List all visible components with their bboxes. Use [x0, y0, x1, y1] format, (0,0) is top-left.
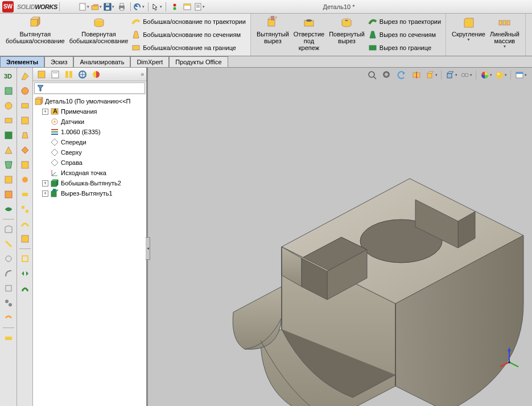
- configuration-manager-icon[interactable]: [63, 69, 75, 80]
- tool-icon[interactable]: [2, 282, 15, 295]
- tool-icon[interactable]: [19, 159, 31, 171]
- zoom-area-icon[interactable]: [380, 69, 394, 81]
- tool-icon[interactable]: [2, 312, 15, 324]
- extruded-boss-button[interactable]: Вытянутая бобышка/основание: [3, 15, 67, 55]
- tool-icon[interactable]: [19, 85, 31, 97]
- tool-icon[interactable]: [19, 114, 31, 127]
- tool-icon[interactable]: [19, 252, 31, 265]
- tool-icon[interactable]: [2, 297, 15, 309]
- svg-point-40: [22, 88, 28, 94]
- chevron-right-icon[interactable]: »: [141, 71, 144, 77]
- tree-front-plane[interactable]: Спереди: [41, 137, 146, 147]
- undo-button[interactable]: [134, 1, 145, 13]
- tree-cut-extrude[interactable]: + Вырез-Вытянуть1: [41, 188, 146, 198]
- tab-dimxpert[interactable]: DimXpert: [130, 56, 169, 67]
- select-button[interactable]: [151, 1, 163, 13]
- tree-material[interactable]: 1.0060 (E335): [41, 127, 146, 137]
- open-button[interactable]: [91, 1, 102, 13]
- tab-sketch[interactable]: Эскиз: [44, 56, 73, 67]
- zoom-fit-icon[interactable]: [365, 69, 379, 81]
- swept-boss-button[interactable]: Бобышка/основание по траектории: [130, 16, 247, 27]
- tab-features[interactable]: Элементы: [0, 56, 44, 67]
- tool-icon[interactable]: [2, 252, 15, 265]
- appearance-icon[interactable]: [479, 69, 493, 81]
- tree-root[interactable]: Деталь10 (По умолчанию<<П: [33, 96, 146, 106]
- tree-origin[interactable]: Исходная точка: [41, 168, 146, 178]
- tool-icon[interactable]: [2, 100, 15, 112]
- options-button[interactable]: [182, 1, 193, 13]
- property-manager-icon[interactable]: [49, 69, 61, 80]
- expand-icon[interactable]: +: [42, 180, 48, 187]
- tree-filter-input[interactable]: [34, 82, 145, 94]
- tool-icon[interactable]: [2, 173, 15, 186]
- tool-icon[interactable]: [19, 218, 31, 230]
- view-settings-icon[interactable]: [514, 69, 527, 81]
- fillet-button[interactable]: Скругление ▼: [449, 15, 488, 55]
- extruded-cut-button[interactable]: Вытянутый вырез: [254, 15, 291, 55]
- dimxpert-manager-icon[interactable]: [76, 69, 89, 80]
- tool-icon[interactable]: [19, 282, 31, 295]
- hole-wizard-button[interactable]: Отверстие под крепеж: [291, 15, 327, 55]
- view-orientation-icon[interactable]: [424, 69, 438, 81]
- tool-icon[interactable]: [19, 70, 31, 82]
- svg-rect-5: [120, 3, 123, 6]
- tool-icon[interactable]: [2, 223, 15, 235]
- tool-icon[interactable]: [2, 144, 15, 156]
- revolved-cut-button[interactable]: Повернутый вырез: [327, 15, 367, 55]
- tool-icon[interactable]: [2, 238, 15, 250]
- tool-icon[interactable]: [2, 203, 15, 216]
- revolved-boss-button[interactable]: Повернутая бобышка/основание: [67, 15, 131, 55]
- tool-icon[interactable]: [2, 114, 15, 127]
- svg-point-62: [53, 121, 56, 123]
- document-button[interactable]: [194, 1, 205, 13]
- print-button[interactable]: [116, 1, 127, 13]
- rebuild-button[interactable]: [169, 1, 180, 13]
- hide-show-icon[interactable]: [459, 69, 473, 81]
- tool-icon[interactable]: [19, 233, 31, 245]
- svg-rect-49: [38, 71, 45, 78]
- display-manager-icon[interactable]: [90, 69, 102, 80]
- boundary-boss-button[interactable]: Бобышка/основание на границе: [130, 43, 247, 53]
- separator: [130, 2, 131, 11]
- tool-icon[interactable]: [2, 332, 15, 344]
- feature-manager-icon[interactable]: [35, 69, 48, 80]
- collapse-panel-handle[interactable]: ◂: [146, 237, 150, 260]
- section-view-icon[interactable]: [410, 69, 423, 81]
- viewport[interactable]: ◂: [148, 68, 532, 406]
- save-button[interactable]: [104, 1, 115, 13]
- tool-icon[interactable]: [2, 85, 15, 97]
- tree-boss-extrude[interactable]: + Бобышка-Вытянуть2: [41, 178, 146, 188]
- feature-tree-panel: » Деталь10 (По умолчанию<<П + A Примечан…: [33, 68, 148, 406]
- separator: [441, 71, 442, 80]
- tree-annotations[interactable]: + A Примечания: [41, 106, 146, 117]
- tree-sensors[interactable]: Датчики: [41, 117, 146, 127]
- tab-office[interactable]: Продукты Office: [169, 56, 228, 67]
- scene-icon[interactable]: [494, 69, 508, 81]
- lofted-cut-button[interactable]: Вырез по сечениям: [367, 30, 442, 40]
- tool-icon[interactable]: [19, 144, 31, 156]
- linear-pattern-button[interactable]: Линейный массив ▼: [488, 15, 522, 55]
- lofted-boss-button[interactable]: Бобышка/основание по сечениям: [130, 30, 247, 40]
- expand-icon[interactable]: +: [42, 190, 48, 197]
- tool-icon[interactable]: [19, 267, 31, 280]
- boundary-cut-button[interactable]: Вырез по границе: [367, 43, 442, 53]
- previous-view-icon[interactable]: [395, 69, 409, 81]
- tool-icon[interactable]: [19, 173, 31, 186]
- tool-icon[interactable]: [19, 100, 31, 112]
- expand-icon[interactable]: +: [42, 109, 48, 115]
- tab-evaluate[interactable]: Анализировать: [73, 56, 130, 67]
- tool-icon[interactable]: [19, 203, 31, 216]
- new-button[interactable]: [79, 1, 90, 13]
- swept-cut-button[interactable]: Вырез по траектории: [367, 16, 442, 27]
- tool-icon[interactable]: [19, 188, 31, 201]
- view-3d-icon[interactable]: 3D: [2, 70, 15, 82]
- tree-top-plane[interactable]: Сверху: [41, 147, 146, 158]
- tree-right-plane[interactable]: Справа: [41, 158, 146, 168]
- tool-icon[interactable]: [19, 129, 31, 142]
- tool-icon[interactable]: [2, 159, 15, 171]
- tool-icon[interactable]: [2, 188, 15, 201]
- display-style-icon[interactable]: [444, 69, 458, 81]
- svg-rect-69: [51, 181, 56, 187]
- tool-icon[interactable]: [2, 267, 15, 280]
- tool-icon[interactable]: [2, 129, 15, 142]
